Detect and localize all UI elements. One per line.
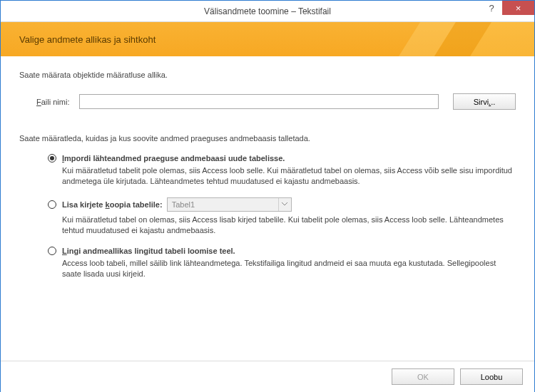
option-import: Impordi lähteandmed praeguse andmebaasi … (48, 154, 516, 187)
file-name-input[interactable] (79, 94, 439, 109)
cancel-button[interactable]: Loobu (460, 368, 523, 385)
option-import-label: Impordi lähteandmed praeguse andmebaasi … (62, 154, 285, 163)
titlebar: Välisandmete toomine – Tekstifail ? × (1, 1, 534, 22)
file-label: Faili nimi: (36, 98, 79, 106)
close-icon[interactable]: × (502, 1, 534, 15)
radio-append[interactable] (48, 200, 56, 209)
option-link-label: Lingi andmeallikas lingitud tabeli loomi… (62, 247, 235, 255)
banner: Valige andmete allikas ja sihtkoht (1, 22, 534, 56)
table-combo[interactable]: Tabel1 (167, 197, 292, 212)
browse-button[interactable]: Sirvi... (453, 93, 516, 110)
intro-text: Saate määrata objektide määratluse allik… (19, 71, 516, 79)
radio-link[interactable] (48, 247, 56, 255)
help-icon[interactable]: ? (481, 1, 502, 15)
option-link-desc: Access loob tabeli, millel säilib link l… (62, 258, 516, 280)
options-group: Impordi lähteandmed praeguse andmebaasi … (19, 154, 516, 279)
footer: OK Loobu (1, 361, 534, 392)
table-combo-value: Tabel1 (172, 200, 195, 209)
option-append-desc: Kui määratletud tabel on olemas, siis Ac… (62, 215, 516, 237)
banner-decoration (392, 22, 534, 56)
option-append: Lisa kirjete koopia tabelile: Tabel1 Kui… (48, 197, 516, 237)
file-row: Faili nimi: Sirvi... (19, 93, 516, 110)
banner-heading: Valige andmete allikas ja sihtkoht (19, 34, 156, 45)
content-area: Saate määrata objektide määratluse allik… (1, 56, 534, 279)
window-title: Välisandmete toomine – Tekstifail (204, 6, 331, 16)
window-controls: ? × (481, 1, 534, 21)
ok-button[interactable]: OK (392, 368, 454, 385)
option-append-label: Lisa kirjete koopia tabelile: (62, 200, 163, 209)
option-link: Lingi andmeallikas lingitud tabeli loomi… (48, 247, 516, 280)
chevron-down-icon (278, 198, 291, 211)
storage-desc: Saate määratleda, kuidas ja kus soovite … (19, 134, 516, 143)
option-import-desc: Kui määratletud tabelit pole olemas, sii… (62, 165, 516, 187)
radio-import[interactable] (48, 154, 56, 163)
